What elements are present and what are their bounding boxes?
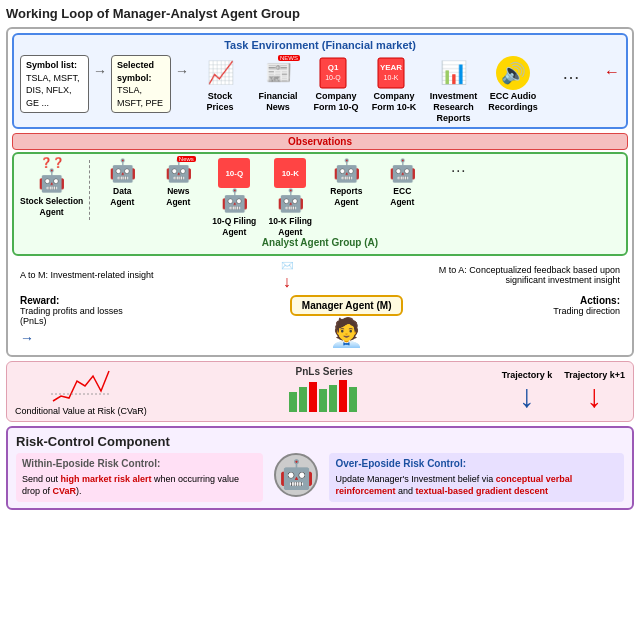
stock-prices-icon: 📈: [198, 55, 242, 91]
form-10k-label: Company Form 10-K: [367, 91, 421, 113]
symbol-list-box: Symbol list: TSLA, MSFT, DIS, NFLX, GE .…: [20, 55, 89, 113]
symbol-list-items: TSLA, MSFT, DIS, NFLX, GE ...: [26, 72, 83, 110]
task-env-box: Task Environment (Financial market) Symb…: [12, 33, 628, 129]
manager-box: Manager Agent (M): [290, 295, 404, 316]
separator-1: [89, 160, 90, 220]
svg-text:10-K: 10-K: [384, 74, 399, 81]
envelope-icon: ✉️: [281, 260, 293, 271]
form-10q-icon: Q1 10-Q: [314, 55, 358, 91]
selected-symbol-box: Selected symbol: TSLA, MSFT, PFE: [111, 55, 171, 113]
ecc-agent-icon: 🤖: [389, 158, 416, 184]
down-arrow-1: ↓: [283, 273, 291, 291]
cvar-ref-text: CVaR: [53, 486, 77, 496]
news-agent-badge: News: [177, 156, 196, 162]
pnl-series-chart: [284, 377, 364, 417]
financial-news-label: Financial News: [251, 91, 305, 113]
form-10k-icon: YEAR 10-K: [372, 55, 416, 91]
stock-agent-icon: 🤖: [38, 168, 65, 194]
cvar-box: Conditional Value at Risk (CVaR): [15, 366, 147, 416]
traj-k-arrow: ↓: [519, 380, 535, 412]
cvar-chart: [51, 366, 111, 406]
svg-rect-13: [349, 387, 357, 412]
ecc-audio-item: 🔊 ECC Audio Recordings: [486, 55, 540, 113]
high-risk-alert-text: high market risk alert: [61, 474, 152, 484]
risk-robot-icon: 🤖: [271, 453, 321, 497]
data-agent: 🤖 DataAgent: [96, 158, 148, 206]
trajectory-box: Trajectory k ↓ Trajectory k+1 ↓: [502, 370, 625, 412]
symbol-list-header: Symbol list:: [26, 59, 83, 72]
form-10q-label: Company Form 10-Q: [309, 91, 363, 113]
agents-ellipsis: …: [450, 158, 466, 176]
research-reports-item: 📊 Investment Research Reports: [425, 55, 482, 123]
risk-content: Within-Eposide Risk Control: Send out hi…: [16, 453, 624, 502]
traj-k1-arrow: ↓: [587, 380, 603, 412]
a-to-m-text: A to M: Investment-related insight: [20, 270, 154, 280]
red-arrow-back: ←: [604, 55, 620, 81]
task-env-items: Symbol list: TSLA, MSFT, DIS, NFLX, GE .…: [20, 55, 620, 123]
10q-agent-label: 10-Q FilingAgent: [212, 216, 256, 236]
svg-text:10-Q: 10-Q: [325, 74, 341, 82]
reports-agent-icon: 🤖: [333, 158, 360, 184]
reward-arrow-right: →: [20, 330, 140, 346]
within-episode-box: Within-Eposide Risk Control: Send out hi…: [16, 453, 263, 502]
10k-agent-label: 10-K FilingAgent: [269, 216, 312, 236]
10k-book-icon: 10-K: [274, 158, 306, 188]
10k-agent-icon: 🤖: [277, 188, 304, 214]
reward-desc: Trading profits and losses (PnLs): [20, 306, 140, 326]
actions-desc: Trading direction: [553, 306, 620, 316]
svg-rect-9: [309, 382, 317, 412]
more-items: …: [544, 55, 598, 91]
news-agent-icon: 🤖 News: [165, 158, 192, 184]
10q-filing-agent: 10-Q 🤖 10-Q FilingAgent: [208, 158, 260, 236]
reward-section: Reward: Trading profits and losses (PnLs…: [20, 295, 140, 346]
within-episode-title: Within-Eposide Risk Control:: [22, 457, 257, 471]
arrow-right-2: →: [175, 55, 189, 79]
stock-prices-item: 📈 Stock Prices: [193, 55, 247, 113]
form-10k-item: YEAR 10-K Company Form 10-K: [367, 55, 421, 113]
arrows-center: ✉️ ↓: [281, 260, 293, 291]
news-badge: NEWS: [278, 55, 300, 61]
trajectory-k1: Trajectory k+1 ↓: [564, 370, 625, 412]
reward-label: Reward:: [20, 295, 140, 306]
stock-selection-agent: ❓❓ 🤖 Stock SelectionAgent: [20, 158, 83, 216]
svg-rect-12: [339, 380, 347, 412]
ecc-audio-icon: 🔊: [491, 55, 535, 91]
10k-filing-agent: 10-K 🤖 10-K FilingAgent: [264, 158, 316, 236]
insight-row: A to M: Investment-related insight ✉️ ↓ …: [12, 258, 628, 293]
risk-control-section: Risk-Control Component Within-Eposide Ri…: [6, 426, 634, 510]
risk-robot-avatar: 🤖: [274, 453, 318, 497]
svg-rect-8: [299, 387, 307, 412]
form-10q-item: Q1 10-Q Company Form 10-Q: [309, 55, 363, 113]
svg-text:Q1: Q1: [328, 63, 339, 72]
over-episode-title: Over-Eposide Risk Control:: [335, 457, 618, 471]
stock-prices-label: Stock Prices: [193, 91, 247, 113]
data-agent-label: DataAgent: [110, 186, 134, 206]
gradient-descent-text: textual-based gradient descent: [416, 486, 549, 496]
financial-news-icon: 📰 NEWS: [256, 55, 300, 91]
svg-rect-7: [289, 392, 297, 412]
risk-control-title: Risk-Control Component: [16, 434, 624, 449]
over-episode-desc: Update Manager's Investment belief via c…: [335, 473, 618, 498]
financial-news-item: 📰 NEWS Financial News: [251, 55, 305, 113]
ecc-agent: 🤖 ECCAgent: [376, 158, 428, 206]
svg-rect-10: [319, 389, 327, 412]
stock-agent-label: Stock SelectionAgent: [20, 196, 83, 216]
within-episode-desc: Send out high market risk alert when occ…: [22, 473, 257, 498]
reports-agent: 🤖 ReportsAgent: [320, 158, 372, 206]
arrow-right-1: →: [93, 55, 107, 79]
actions-section: Actions: Trading direction: [553, 295, 620, 316]
cvar-label: Conditional Value at Risk (CVaR): [15, 406, 147, 416]
svg-rect-11: [329, 385, 337, 412]
svg-text:YEAR: YEAR: [380, 63, 402, 72]
10q-agent-icon: 🤖: [221, 188, 248, 214]
trajectory-k: Trajectory k ↓: [502, 370, 553, 412]
selected-items: TSLA, MSFT, PFE: [117, 84, 165, 109]
data-agent-icon: 🤖: [109, 158, 136, 184]
pnl-title: PnLs Series: [296, 366, 353, 377]
manager-section: Reward: Trading profits and losses (PnLs…: [12, 293, 628, 351]
analyst-group-box: ❓❓ 🤖 Stock SelectionAgent 🤖 DataAgent 🤖 …: [12, 152, 628, 255]
ellipsis-icon: …: [549, 55, 593, 91]
research-reports-icon: 📊: [432, 55, 476, 91]
actions-label: Actions:: [553, 295, 620, 306]
pnl-chart-box: PnLs Series: [284, 366, 364, 417]
